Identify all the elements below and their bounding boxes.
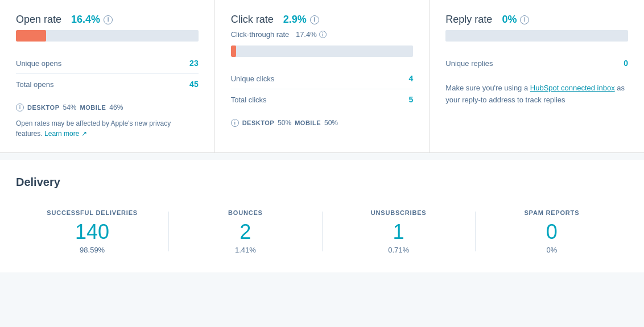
click-rate-progress-bar <box>231 45 414 57</box>
open-rate-progress-bar <box>16 30 199 42</box>
open-mobile-pct: 46% <box>109 104 123 111</box>
unique-opens-value: 23 <box>189 59 199 68</box>
click-desktop-pct: 50% <box>278 119 291 127</box>
reply-notice: Make sure you're using a HubSpot connect… <box>445 82 628 106</box>
click-desktop-label: DESKTOP <box>242 119 274 126</box>
reply-rate-label: Reply rate <box>445 14 492 26</box>
hubspot-inbox-link[interactable]: HubSpot connected inbox <box>530 84 615 92</box>
total-opens-row: Total opens 45 <box>16 74 199 94</box>
bounces-stat: BOUNCES 2 1.41% <box>169 209 321 254</box>
total-clicks-row: Total clicks 5 <box>231 89 414 110</box>
spam-reports-value: 0 <box>476 221 628 243</box>
successful-deliveries-label: SUCCESSFUL DELIVERIES <box>16 209 168 216</box>
open-rate-metrics: Unique opens 23 Total opens 45 <box>16 53 199 94</box>
click-mobile-label: MOBILE <box>295 119 321 126</box>
click-rate-device-breakdown: i DESKTOP 50% MOBILE 50% <box>231 119 414 127</box>
unique-clicks-label: Unique clicks <box>231 74 275 83</box>
bounces-value: 2 <box>169 221 321 243</box>
click-rate-card: Click rate 2.9% i Click-through rate 17.… <box>215 0 430 152</box>
open-rate-device-breakdown: i DESKTOP 54% MOBILE 46% <box>16 104 199 111</box>
click-rate-metrics: Unique clicks 4 Total clicks 5 <box>231 68 414 110</box>
open-device-info-icon[interactable]: i <box>16 104 24 111</box>
click-through-rate: Click-through rate 17.4% i <box>231 30 414 39</box>
unsubscribes-value: 1 <box>323 221 475 243</box>
unique-replies-label: Unique replies <box>445 59 493 68</box>
unsubscribes-stat: UNSUBSCRIBES 1 0.71% <box>323 209 475 254</box>
click-through-info-icon[interactable]: i <box>319 31 327 38</box>
open-rate-label: Open rate <box>16 14 61 26</box>
delivery-title: Delivery <box>16 176 628 189</box>
click-rate-info-icon[interactable]: i <box>310 15 319 24</box>
open-rate-progress-fill <box>16 30 46 42</box>
unique-opens-row: Unique opens 23 <box>16 53 199 74</box>
reply-rate-card: Reply rate 0% i Unique replies 0 Make su… <box>430 0 644 152</box>
stats-row: Open rate 16.4% i Unique opens 23 Total … <box>0 0 644 153</box>
total-clicks-value: 5 <box>409 95 414 104</box>
successful-deliveries-pct: 98.59% <box>16 246 168 254</box>
open-rate-value: 16.4% <box>71 14 100 26</box>
total-opens-value: 45 <box>189 80 199 89</box>
open-rate-info-icon[interactable]: i <box>104 15 113 24</box>
reply-rate-metrics: Unique replies 0 <box>445 53 628 73</box>
delivery-section: Delivery SUCCESSFUL DELIVERIES 140 98.59… <box>0 160 644 272</box>
click-through-label: Click-through rate <box>231 30 290 39</box>
total-clicks-label: Total clicks <box>231 96 267 104</box>
reply-rate-title: Reply rate 0% i <box>445 14 628 26</box>
reply-rate-value: 0% <box>502 14 517 26</box>
click-mobile-pct: 50% <box>324 119 338 127</box>
open-rate-title: Open rate 16.4% i <box>16 14 199 26</box>
reply-rate-progress-bar <box>445 30 628 42</box>
spam-reports-stat: SPAM REPORTS 0 0% <box>476 209 628 254</box>
open-desktop-pct: 54% <box>63 104 76 111</box>
bounces-label: BOUNCES <box>169 209 321 216</box>
unsubscribes-label: UNSUBSCRIBES <box>323 209 475 216</box>
total-opens-label: Total opens <box>16 80 54 89</box>
bounces-pct: 1.41% <box>169 246 321 254</box>
unsubscribes-pct: 0.71% <box>323 246 475 254</box>
successful-deliveries-value: 140 <box>16 221 168 243</box>
open-mobile-label: MOBILE <box>80 104 106 111</box>
open-rate-card: Open rate 16.4% i Unique opens 23 Total … <box>0 0 215 152</box>
open-desktop-label: DESKTOP <box>27 104 59 111</box>
unique-replies-value: 0 <box>624 59 628 68</box>
unique-clicks-value: 4 <box>409 74 414 83</box>
click-device-info-icon[interactable]: i <box>231 119 239 127</box>
click-rate-label: Click rate <box>231 14 274 26</box>
learn-more-link[interactable]: Learn more ↗ <box>44 130 87 138</box>
click-rate-title: Click rate 2.9% i <box>231 14 414 26</box>
click-rate-progress-fill <box>231 45 236 57</box>
spam-reports-label: SPAM REPORTS <box>476 209 628 216</box>
unique-clicks-row: Unique clicks 4 <box>231 68 414 89</box>
click-through-value: 17.4% <box>296 30 317 39</box>
successful-deliveries-stat: SUCCESSFUL DELIVERIES 140 98.59% <box>16 209 168 254</box>
reply-rate-info-icon[interactable]: i <box>520 15 529 24</box>
unique-opens-label: Unique opens <box>16 59 61 68</box>
open-rate-privacy-notice: Open rates may be affected by Apple's ne… <box>16 118 199 139</box>
main-container: Open rate 16.4% i Unique opens 23 Total … <box>0 0 644 272</box>
reply-notice-prefix: Make sure you're using a <box>445 84 530 92</box>
unique-replies-row: Unique replies 0 <box>445 53 628 73</box>
spam-reports-pct: 0% <box>476 246 628 254</box>
delivery-stats-row: SUCCESSFUL DELIVERIES 140 98.59% BOUNCES… <box>16 205 628 254</box>
click-rate-value: 2.9% <box>283 14 307 26</box>
